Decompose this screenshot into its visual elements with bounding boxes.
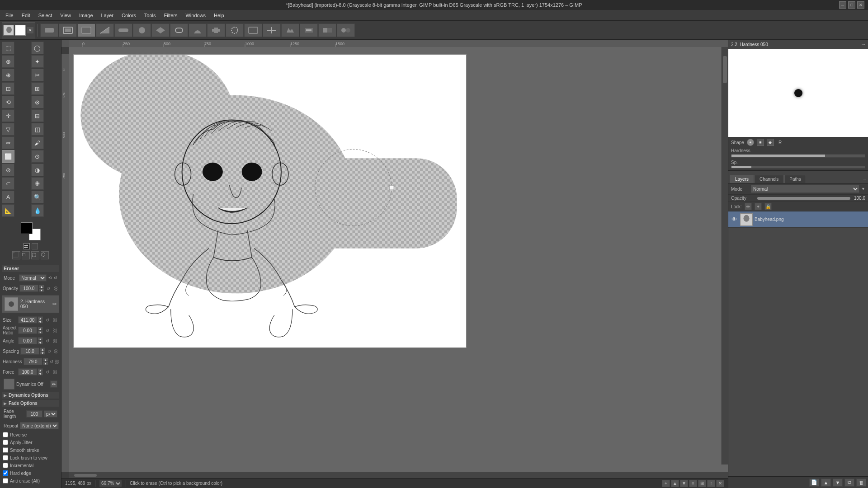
navigate-layers-btn[interactable]: ≡: [689, 480, 697, 487]
lock-brush-checkbox[interactable]: [3, 455, 8, 460]
eraser-mode-1[interactable]: [40, 23, 58, 37]
reverse-checkbox[interactable]: [3, 432, 8, 437]
v-scroll-thumb[interactable]: [723, 56, 727, 83]
fg-bg-colors[interactable]: [21, 222, 41, 240]
canvas-scroll-area[interactable]: [69, 47, 728, 472]
eraser-mode-14[interactable]: [281, 23, 299, 37]
hardness-down[interactable]: ▼: [43, 361, 48, 365]
menu-colors[interactable]: Colors: [118, 12, 140, 19]
canvas-drawing-area[interactable]: [73, 54, 467, 348]
hard-edge-checkbox[interactable]: [3, 470, 8, 476]
tool-paintbrush[interactable]: 🖌: [31, 136, 44, 149]
menu-select[interactable]: Select: [35, 12, 56, 19]
swap-colors-button[interactable]: ⇄: [24, 243, 30, 249]
menu-windows[interactable]: Windows: [182, 12, 209, 19]
size-input[interactable]: [18, 316, 37, 324]
spacing-down[interactable]: ▼: [40, 351, 45, 355]
opacity-slider-track[interactable]: [757, 197, 850, 200]
navigate-up-btn[interactable]: ▲: [671, 480, 679, 487]
layers-mode-select[interactable]: Normal: [751, 185, 859, 193]
eraser-mode-15[interactable]: [300, 23, 318, 37]
tool-rect-select[interactable]: ⬚: [2, 42, 14, 54]
export-btn[interactable]: ↑: [707, 480, 715, 487]
tool-pencil[interactable]: ✏: [2, 136, 14, 149]
dynamics-edit-button[interactable]: ✏: [50, 380, 57, 388]
opacity-input[interactable]: [19, 285, 38, 292]
menu-edit[interactable]: Edit: [18, 12, 34, 19]
horizontal-scrollbar[interactable]: [69, 472, 728, 478]
dynamics-options-collapse[interactable]: ▶ Dynamics Options: [2, 392, 59, 399]
tool-colorpick[interactable]: 💧: [31, 204, 44, 217]
delete-layer-button[interactable]: 🗑: [856, 479, 866, 487]
force-input[interactable]: [18, 368, 37, 375]
paint-mode-btn[interactable]: ⬛: [12, 251, 20, 259]
tool-ink[interactable]: ⊘: [2, 164, 14, 176]
eraser-mode-9[interactable]: [189, 23, 207, 37]
eraser-mode-12[interactable]: [244, 23, 262, 37]
incremental-checkbox[interactable]: [3, 463, 8, 468]
spacing-up[interactable]: ▲: [40, 347, 45, 351]
fit-page-btn[interactable]: ⊞: [698, 480, 706, 487]
mode-reset-icon[interactable]: ↺: [54, 276, 57, 280]
eraser-mode-10[interactable]: [207, 23, 225, 37]
tool-eraser[interactable]: ⬜: [2, 150, 14, 163]
opacity-reset-button[interactable]: ↺: [46, 285, 52, 291]
close-button[interactable]: ✕: [857, 1, 864, 9]
tool-transform[interactable]: ⟲: [2, 96, 14, 108]
size-up-arrow[interactable]: ▲: [38, 316, 43, 320]
tool-ellipse-select[interactable]: ◯: [31, 42, 44, 54]
force-down[interactable]: ▼: [38, 372, 43, 375]
lock-pixels-button[interactable]: ✏: [745, 203, 752, 210]
tool-scissors[interactable]: ✂: [31, 69, 44, 81]
tool-free-select[interactable]: ⊛: [2, 55, 14, 68]
eraser-mode-11[interactable]: [226, 23, 244, 37]
tool-select-by-color[interactable]: ⊕: [2, 69, 14, 81]
size-reset-button[interactable]: ↺: [44, 317, 51, 323]
repeat-select[interactable]: None (extend): [20, 422, 59, 429]
raise-layer-button[interactable]: ▲: [821, 479, 831, 487]
layer-visibility-toggle[interactable]: 👁: [730, 216, 738, 224]
active-tab[interactable]: [15, 25, 26, 36]
tool-text[interactable]: A: [2, 191, 14, 203]
eraser-mode-7[interactable]: [151, 23, 170, 37]
smooth-stroke-checkbox[interactable]: [3, 447, 8, 453]
force-reset[interactable]: ↺: [44, 369, 51, 375]
aspect-ratio-up[interactable]: ▲: [38, 327, 43, 330]
tool-bucket-fill[interactable]: ▽: [2, 123, 14, 136]
h-scroll-thumb[interactable]: [74, 474, 97, 477]
mode-select[interactable]: Normal: [19, 274, 47, 282]
menu-help[interactable]: Help: [210, 12, 228, 19]
reset-colors-button[interactable]: [32, 243, 38, 249]
menu-layer[interactable]: Layer: [98, 12, 118, 19]
navigate-down-btn[interactable]: ▼: [680, 480, 688, 487]
hardness-reset[interactable]: ↺: [50, 358, 53, 365]
tool-zoom[interactable]: 🔍: [31, 191, 44, 203]
minimize-button[interactable]: ─: [839, 1, 846, 9]
hardness-bar[interactable]: [731, 154, 865, 158]
angle-up[interactable]: ▲: [38, 337, 43, 341]
new-layer-status-btn[interactable]: +: [662, 480, 670, 487]
layers-more-button[interactable]: ···: [863, 177, 866, 183]
tool-fuzzy-select[interactable]: ✦: [31, 55, 44, 68]
anti-erase-checkbox[interactable]: [3, 478, 8, 483]
close-tab-button[interactable]: ✕: [27, 27, 34, 34]
tool-foreground-select[interactable]: ⊡: [2, 82, 14, 95]
tab-paths[interactable]: Paths: [784, 175, 806, 183]
mask-mode-btn[interactable]: □: [22, 251, 30, 259]
eraser-mode-3[interactable]: [77, 23, 95, 37]
hardness-input[interactable]: [24, 358, 42, 365]
eraser-mode-6[interactable]: [133, 23, 151, 37]
tab-layers[interactable]: Layers: [730, 175, 754, 183]
shape-square-button[interactable]: ■: [757, 139, 764, 146]
aspect-ratio-down[interactable]: ▼: [38, 330, 43, 334]
eraser-mode-5[interactable]: [114, 23, 132, 37]
vertical-scrollbar[interactable]: [722, 47, 728, 465]
shape-diamond-button[interactable]: ◆: [767, 139, 774, 146]
menu-image[interactable]: Image: [75, 12, 97, 19]
layer-row[interactable]: 👁 Babyhead.png: [728, 211, 868, 228]
eraser-mode-8[interactable]: [170, 23, 188, 37]
tool-measure[interactable]: 📐: [2, 204, 14, 217]
duplicate-layer-button[interactable]: ⧉: [844, 479, 854, 487]
new-layer-button[interactable]: 📄: [809, 479, 819, 487]
eraser-mode-4[interactable]: [96, 23, 114, 37]
